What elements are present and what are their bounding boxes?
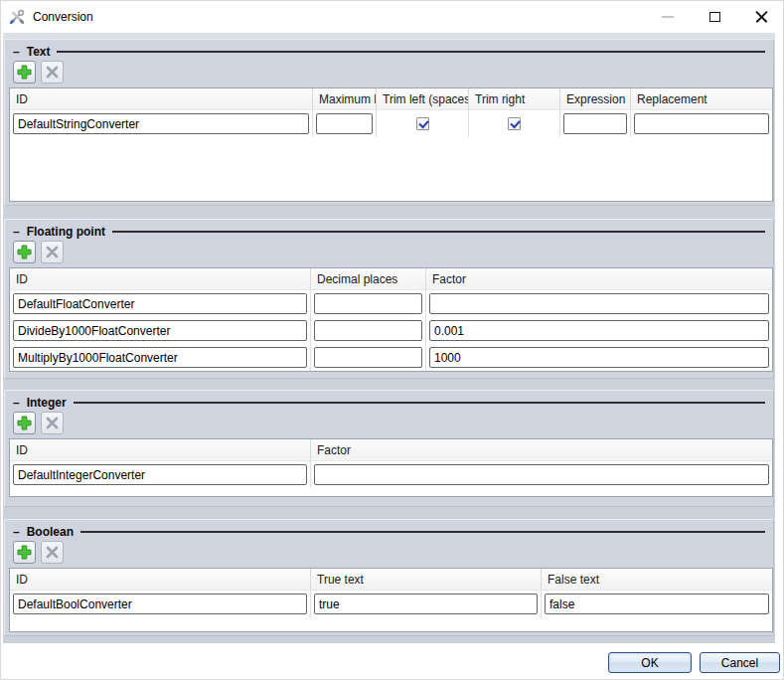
float-converters-table: ID Decimal places Factor xyxy=(9,267,773,372)
cancel-button[interactable]: Cancel xyxy=(700,652,780,673)
delete-row-button xyxy=(41,412,64,434)
group-text-toolbar xyxy=(13,61,773,84)
id-input[interactable] xyxy=(13,464,307,485)
group-label: Floating point xyxy=(27,225,105,239)
decimal-places-input[interactable] xyxy=(314,320,422,341)
tools-icon xyxy=(9,9,25,25)
column-header: Maximum len xyxy=(313,88,377,110)
minimize-icon xyxy=(661,10,675,24)
maximize-icon[interactable] xyxy=(707,10,721,24)
factor-input[interactable] xyxy=(314,464,769,485)
group-boolean-toolbar xyxy=(13,541,773,564)
delete-row-button xyxy=(41,241,64,263)
group-float-toolbar xyxy=(13,241,773,263)
group-integer-header: – Integer xyxy=(5,391,773,409)
id-input[interactable] xyxy=(13,293,307,314)
decimal-places-input[interactable] xyxy=(314,293,422,314)
group-label: Integer xyxy=(27,396,67,410)
id-input[interactable] xyxy=(13,320,307,341)
dialog-footer: OK Cancel xyxy=(1,643,784,680)
add-row-button[interactable] xyxy=(13,541,36,564)
add-row-button[interactable] xyxy=(13,61,36,84)
trim-right-checkbox[interactable] xyxy=(508,117,521,130)
collapse-icon[interactable]: – xyxy=(13,527,20,537)
boolean-converters-table: ID True text False text xyxy=(9,568,773,632)
replacement-input[interactable] xyxy=(634,113,769,134)
table-empty-area xyxy=(10,137,772,201)
titlebar[interactable]: Conversion xyxy=(1,1,783,32)
group-rule xyxy=(57,51,765,53)
factor-input[interactable] xyxy=(429,347,769,368)
table-empty-area xyxy=(10,617,772,631)
id-input[interactable] xyxy=(13,347,307,368)
collapse-icon[interactable]: – xyxy=(13,398,20,408)
group-boolean: – Boolean ID True text False text xyxy=(4,519,774,636)
group-integer-toolbar xyxy=(13,412,773,434)
column-header: Trim left (spaces) xyxy=(377,88,469,110)
delete-row-button xyxy=(41,61,64,84)
true-text-input[interactable] xyxy=(314,594,538,614)
column-header: ID xyxy=(10,88,313,110)
column-header: Decimal places xyxy=(311,268,426,290)
group-float-header: – Floating point xyxy=(5,220,773,238)
column-header: Trim right xyxy=(469,88,560,110)
ok-button[interactable]: OK xyxy=(608,652,692,673)
text-converters-table: ID Maximum len Trim left (spaces) Trim r… xyxy=(9,87,773,202)
column-header: True text xyxy=(311,569,542,591)
column-header: ID xyxy=(10,439,311,461)
group-label: Boolean xyxy=(27,525,74,539)
window-title: Conversion xyxy=(33,10,93,24)
dialog-content: – Text ID Maximum len Trim left (spaces)… xyxy=(3,33,775,643)
column-header: Expression xyxy=(560,88,631,110)
group-label: Text xyxy=(27,45,51,59)
delete-row-button xyxy=(41,541,64,564)
factor-input[interactable] xyxy=(429,320,769,341)
group-text-header: – Text xyxy=(5,40,773,58)
table-empty-area xyxy=(10,488,772,496)
decimal-places-input[interactable] xyxy=(314,347,422,368)
factor-input[interactable] xyxy=(429,293,769,314)
maximum-length-input[interactable] xyxy=(316,113,373,134)
conversion-dialog: Conversion – Text ID xyxy=(0,0,784,680)
false-text-input[interactable] xyxy=(545,594,769,614)
group-rule xyxy=(74,402,765,404)
group-rule xyxy=(112,231,765,233)
group-text: – Text ID Maximum len Trim left (spaces)… xyxy=(4,39,774,206)
group-integer: – Integer ID Factor xyxy=(4,390,774,507)
collapse-icon[interactable]: – xyxy=(13,227,20,237)
collapse-icon[interactable]: – xyxy=(13,47,20,57)
group-floating-point: – Floating point ID Decimal places Facto… xyxy=(4,219,774,379)
column-header: Factor xyxy=(311,439,772,461)
group-rule xyxy=(80,531,765,533)
column-header: Replacement xyxy=(631,88,772,110)
add-row-button[interactable] xyxy=(13,412,36,434)
column-header: False text xyxy=(542,569,772,591)
column-header: ID xyxy=(10,268,311,290)
id-input[interactable] xyxy=(13,594,307,614)
id-input[interactable] xyxy=(13,113,309,134)
close-icon[interactable] xyxy=(754,9,769,24)
add-row-button[interactable] xyxy=(13,241,36,263)
trim-left-checkbox[interactable] xyxy=(416,117,429,130)
window-controls xyxy=(661,1,769,32)
column-header: Factor xyxy=(426,268,772,290)
expression-input[interactable] xyxy=(563,113,627,134)
column-header: ID xyxy=(10,569,311,591)
group-boolean-header: – Boolean xyxy=(5,520,773,538)
integer-converters-table: ID Factor xyxy=(9,438,773,497)
